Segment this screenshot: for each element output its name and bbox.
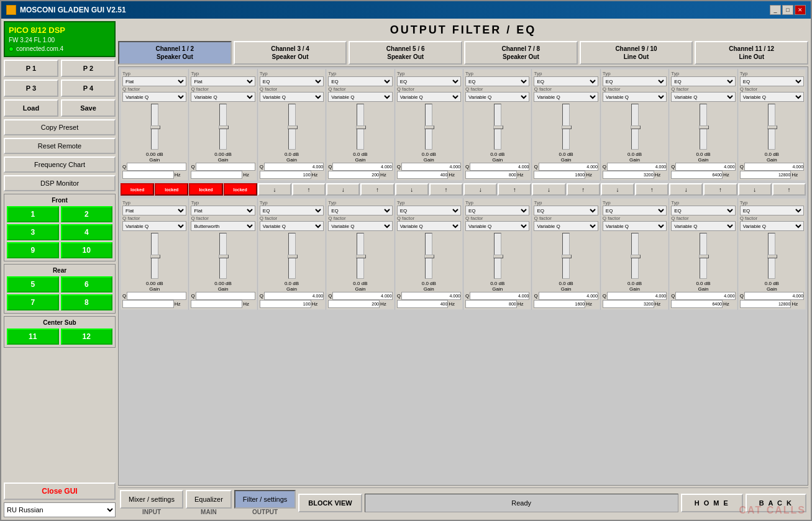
band9-top-typ-select[interactable]: EQ (671, 76, 735, 86)
band2-bot-q-input[interactable] (196, 292, 255, 300)
preset-p3-button[interactable]: P 3 (4, 79, 58, 97)
channel-tab-910[interactable]: Channel 9 / 10Line Out (580, 41, 693, 65)
band2-bot-hz-input[interactable] (191, 300, 242, 308)
channel-tab-34[interactable]: Channel 3 / 4Speaker Out (234, 41, 347, 65)
band2-bot-slider-thumb[interactable] (219, 255, 229, 258)
band7-bot-typ-select[interactable]: EQ (534, 206, 598, 215)
band5-top-hz-input[interactable] (397, 171, 449, 179)
band5-down-arrow[interactable]: ↓ (395, 183, 429, 196)
band3-top-hz-input[interactable] (260, 171, 311, 179)
dsp-monitor-button[interactable]: DSP Monitor (4, 175, 116, 191)
band3-bot-q-input[interactable] (264, 292, 324, 300)
band1-top-q-input[interactable] (127, 163, 186, 171)
band2-top-slider-thumb[interactable] (219, 125, 229, 129)
band1-bot-hz-input[interactable] (122, 300, 174, 308)
band9-bot-typ-select[interactable]: EQ (671, 206, 735, 215)
band9-top-qfactor-select[interactable]: Variable Q (671, 92, 735, 102)
ch1-button[interactable]: 1 (7, 206, 59, 222)
band8-top-slider-thumb[interactable] (631, 125, 641, 129)
band6-top-slider-thumb[interactable] (493, 125, 503, 129)
band1-top-hz-input[interactable] (122, 171, 174, 179)
band7-up-arrow[interactable]: ↑ (567, 183, 600, 196)
copy-preset-button[interactable]: Copy Preset (4, 119, 116, 135)
band9-bot-slider-thumb[interactable] (699, 255, 709, 258)
band1-bot-q-input[interactable] (127, 292, 186, 300)
band5-bot-qfactor-select[interactable]: Variable Q (397, 221, 461, 231)
home-button[interactable]: H O M E (681, 494, 743, 512)
channel-tab-56[interactable]: Channel 5 / 6Speaker Out (349, 41, 462, 65)
band2-bot-qfactor-select[interactable]: Butterworth (191, 221, 255, 231)
minimize-button[interactable]: _ (770, 5, 781, 15)
ch10-button[interactable]: 10 (61, 242, 113, 258)
band1-top-typ-select[interactable]: Flat (122, 76, 186, 86)
ch5-button[interactable]: 5 (7, 276, 59, 292)
band2-top-qfactor-select[interactable]: Variable Q (191, 92, 255, 102)
close-button[interactable]: ✕ (795, 5, 806, 15)
band4-top-typ-select[interactable]: EQ (328, 76, 392, 86)
band8-top-hz-input[interactable] (603, 171, 654, 179)
band6-down-arrow[interactable]: ↓ (463, 183, 497, 196)
ch2-button[interactable]: 2 (61, 206, 113, 222)
ch12-button[interactable]: 12 (61, 328, 113, 345)
band7-top-qfactor-select[interactable]: Variable Q (534, 92, 598, 102)
band7-down-arrow[interactable]: ↓ (532, 183, 565, 196)
band7-top-slider-thumb[interactable] (562, 125, 572, 129)
equalizer-button[interactable]: Equalizer (186, 490, 232, 509)
band9-top-hz-input[interactable] (671, 171, 723, 179)
filter-settings-button[interactable]: Filter / settings (234, 490, 296, 509)
band9-top-slider-thumb[interactable] (699, 125, 709, 129)
band6-bot-slider-thumb[interactable] (493, 255, 503, 258)
ch3-button[interactable]: 3 (7, 224, 59, 240)
preset-p4-button[interactable]: P 4 (61, 79, 116, 97)
band5-bot-slider-thumb[interactable] (424, 255, 434, 258)
band6-top-q-input[interactable] (470, 163, 529, 171)
band6-bot-q-input[interactable] (470, 292, 529, 300)
band8-top-qfactor-select[interactable]: Variable Q (603, 92, 667, 102)
band3-bot-typ-select[interactable]: EQ (260, 206, 324, 215)
band3-bot-qfactor-select[interactable]: Variable Q (260, 221, 324, 231)
channel-tab-1112[interactable]: Channel 11 / 12Line Out (695, 41, 808, 65)
band9-bot-hz-input[interactable] (671, 300, 723, 308)
band10-up-arrow[interactable]: ↑ (772, 183, 806, 196)
band7-bot-hz-input[interactable] (534, 300, 585, 308)
band9-top-q-input[interactable] (675, 163, 735, 171)
band7-bot-slider-thumb[interactable] (562, 255, 572, 258)
ch9-button[interactable]: 9 (7, 242, 59, 258)
locked-btn-1[interactable]: locked (121, 183, 154, 196)
band3-top-typ-select[interactable]: EQ (260, 76, 324, 86)
band7-top-hz-input[interactable] (534, 171, 585, 179)
band6-bot-qfactor-select[interactable]: Variable Q (465, 221, 529, 231)
band10-bot-qfactor-select[interactable]: Variable Q (740, 221, 804, 231)
ch8-button[interactable]: 8 (61, 294, 113, 310)
band4-bot-qfactor-select[interactable]: Variable Q (328, 221, 392, 231)
band5-bot-typ-select[interactable]: EQ (397, 206, 461, 215)
band8-up-arrow[interactable]: ↑ (635, 183, 668, 196)
band5-bot-q-input[interactable] (401, 292, 461, 300)
band3-bot-hz-input[interactable] (260, 300, 311, 308)
mixer-settings-button[interactable]: Mixer / settings (120, 490, 183, 509)
band7-bot-qfactor-select[interactable]: Variable Q (534, 221, 598, 231)
locked-btn-4[interactable]: locked (224, 183, 257, 196)
channel-tab-78[interactable]: Channel 7 / 8Speaker Out (464, 41, 578, 65)
band2-top-q-input[interactable] (196, 163, 255, 171)
band10-bot-typ-select[interactable]: EQ (740, 206, 804, 215)
band6-bot-typ-select[interactable]: EQ (465, 206, 529, 215)
band7-bot-q-input[interactable] (539, 292, 598, 300)
ch7-button[interactable]: 7 (7, 294, 59, 310)
band8-bot-hz-input[interactable] (603, 300, 654, 308)
band6-up-arrow[interactable]: ↑ (498, 183, 531, 196)
band5-top-q-input[interactable] (401, 163, 461, 171)
channel-tab-12[interactable]: Channel 1 / 2Speaker Out (118, 41, 232, 65)
band2-bot-typ-select[interactable]: Flat (191, 206, 255, 215)
band4-top-slider-thumb[interactable] (356, 125, 366, 129)
ch11-button[interactable]: 11 (7, 328, 59, 345)
band6-top-qfactor-select[interactable]: Variable Q (465, 92, 529, 102)
band4-top-hz-input[interactable] (328, 171, 380, 179)
band5-up-arrow[interactable]: ↑ (429, 183, 463, 196)
band10-bot-q-input[interactable] (744, 292, 804, 300)
band3-top-qfactor-select[interactable]: Variable Q (260, 92, 324, 102)
block-view-button[interactable]: BLOCK VIEW (298, 494, 362, 512)
band10-top-q-input[interactable] (744, 163, 804, 171)
band5-top-qfactor-select[interactable]: Variable Q (397, 92, 461, 102)
band3-top-slider-thumb[interactable] (288, 125, 298, 129)
